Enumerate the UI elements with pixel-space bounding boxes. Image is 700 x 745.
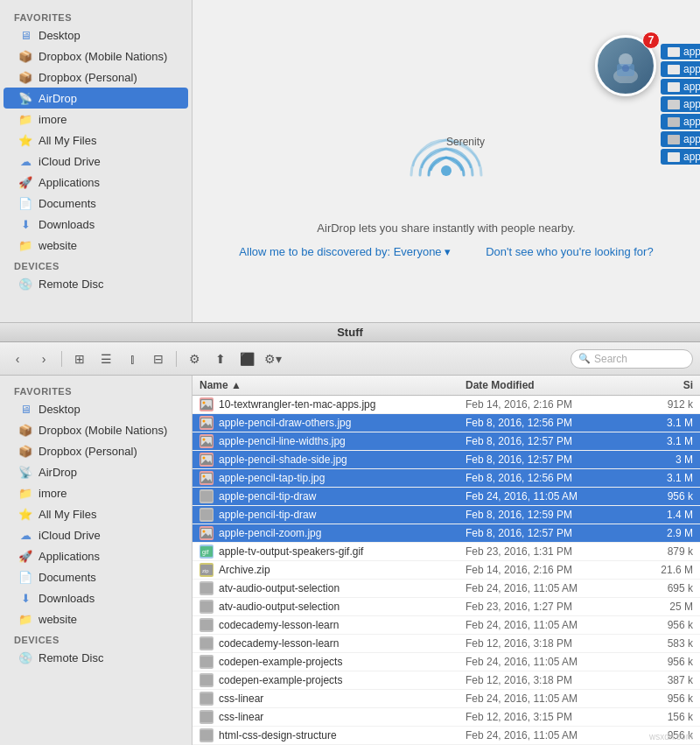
table-row[interactable]: codecademy-lesson-learnFeb 12, 2016, 3:1… bbox=[192, 635, 700, 653]
list-view-button[interactable]: ☰ bbox=[95, 348, 116, 369]
sidebar-item-imore[interactable]: 📁imore bbox=[4, 109, 188, 130]
sidebar-icon: ⭐ bbox=[18, 132, 33, 148]
table-row[interactable]: apple-pencil-tap-tip.jpgFeb 8, 2016, 12:… bbox=[192, 469, 700, 488]
file-date: Feb 8, 2016, 12:56 PM bbox=[466, 472, 623, 484]
arrange-button[interactable]: ⚙ bbox=[184, 348, 205, 369]
table-row[interactable]: apple-pencil-zoom.jpgFeb 8, 2016, 12:57 … bbox=[192, 524, 700, 543]
file-tag: apple-pencil-shade-side.jpg bbox=[661, 79, 700, 95]
back-button[interactable]: ‹ bbox=[7, 348, 28, 369]
svg-point-11 bbox=[203, 420, 206, 423]
file-tag: apple-pencil-draw-others.jpg bbox=[661, 44, 700, 60]
table-row[interactable]: apple-pencil-line-widths.jpgFeb 8, 2016,… bbox=[192, 432, 700, 451]
sidebar-item-downloads2[interactable]: ⬇Downloads bbox=[4, 587, 188, 608]
svg-point-29 bbox=[203, 531, 206, 533]
table-row[interactable]: css-linearFeb 12, 2016, 3:15 PM156 k bbox=[192, 708, 700, 727]
sidebar-item-label: website bbox=[38, 239, 77, 252]
user-name-label: Serenity bbox=[446, 136, 485, 148]
svg-rect-25 bbox=[200, 491, 213, 502]
svg-point-4 bbox=[441, 165, 452, 176]
toolbar-separator2 bbox=[176, 351, 177, 367]
share-button[interactable]: ⬆ bbox=[210, 348, 231, 369]
sidebar-item-remote-disc2[interactable]: 💿Remote Disc bbox=[4, 647, 188, 668]
table-row[interactable]: codecademy-lesson-learnFeb 24, 2016, 11:… bbox=[192, 616, 700, 635]
table-row[interactable]: apple-pencil-draw-others.jpgFeb 8, 2016,… bbox=[192, 414, 700, 432]
table-row[interactable]: html-css-design-structureFeb 24, 2016, 1… bbox=[192, 727, 700, 745]
table-row[interactable]: codepen-example-projectsFeb 12, 2016, 3:… bbox=[192, 671, 700, 690]
table-row[interactable]: 10-textwrangler-ten-mac-apps.jpgFeb 14, … bbox=[192, 396, 700, 414]
table-row[interactable]: atv-audio-output-selectionFeb 23, 2016, … bbox=[192, 598, 700, 616]
file-thumb-icon bbox=[200, 600, 214, 614]
sidebar-item-airdrop[interactable]: 📡AirDrop bbox=[4, 88, 188, 109]
sidebar-item-all-my-files[interactable]: ⭐All My Files bbox=[4, 130, 188, 151]
cover-flow-button[interactable]: ⊟ bbox=[148, 348, 169, 369]
file-thumb-icon bbox=[200, 692, 214, 706]
table-row[interactable]: apple-pencil-shade-side.jpgFeb 8, 2016, … bbox=[192, 451, 700, 469]
file-thumb-icon bbox=[200, 416, 214, 430]
sidebar-item-all-my-files2[interactable]: ⭐All My Files bbox=[4, 503, 188, 524]
table-row[interactable]: zipArchive.zipFeb 14, 2016, 2:16 PM21.6 … bbox=[192, 561, 700, 580]
sidebar-item-applications[interactable]: 🚀Applications bbox=[4, 172, 188, 193]
file-name: codecademy-lesson-learn bbox=[219, 619, 466, 631]
sidebar-item-dropbox-mobile[interactable]: 📦Dropbox (Mobile Nations) bbox=[4, 46, 188, 67]
file-date: Feb 8, 2016, 12:59 PM bbox=[466, 509, 623, 521]
sidebar-item-label: All My Files bbox=[38, 134, 96, 147]
svg-rect-42 bbox=[200, 712, 213, 722]
icon-view-button[interactable]: ⊞ bbox=[69, 348, 90, 369]
top-sidebar: Favorites🖥Desktop📦Dropbox (Mobile Nation… bbox=[0, 0, 192, 322]
col-name-header[interactable]: Name ▲ bbox=[200, 379, 466, 391]
table-row[interactable]: css-linearFeb 24, 2016, 11:05 AM956 k bbox=[192, 690, 700, 708]
sidebar-item-documents2[interactable]: 📄Documents bbox=[4, 566, 188, 587]
svg-rect-38 bbox=[200, 638, 213, 649]
sidebar-item-icloud-drive2[interactable]: ☁iCloud Drive bbox=[4, 524, 188, 545]
file-list-container: Favorites🖥Desktop📦Dropbox (Mobile Nation… bbox=[0, 376, 700, 745]
tags-button[interactable]: ⬛ bbox=[236, 348, 257, 369]
sidebar-item-label: All My Files bbox=[38, 508, 96, 521]
sidebar-item-remote-disc[interactable]: 💿Remote Disc bbox=[4, 273, 188, 294]
file-size: 912 k bbox=[623, 398, 693, 411]
search-placeholder: Search bbox=[594, 353, 627, 365]
sidebar-item-website2[interactable]: 📁website bbox=[4, 608, 188, 629]
sidebar-item-label: Dropbox (Mobile Nations) bbox=[38, 50, 167, 63]
file-thumb-icon bbox=[200, 636, 214, 650]
sidebar-item-downloads[interactable]: ⬇Downloads bbox=[4, 214, 188, 235]
sidebar-item-desktop[interactable]: 🖥Desktop bbox=[4, 25, 188, 46]
table-row[interactable]: apple-pencil-tip-drawFeb 8, 2016, 12:59 … bbox=[192, 506, 700, 524]
sidebar-icon: ☁ bbox=[18, 153, 33, 169]
sidebar-item-label: AirDrop bbox=[38, 92, 77, 105]
sidebar-item-dropbox-mobile2[interactable]: 📦Dropbox (Mobile Nations) bbox=[4, 419, 188, 440]
file-date: Feb 24, 2016, 11:05 AM bbox=[466, 619, 623, 631]
file-name: atv-audio-output-selection bbox=[219, 582, 466, 594]
toolbar-separator bbox=[61, 351, 62, 367]
sidebar-item-dropbox-personal[interactable]: 📦Dropbox (Personal) bbox=[4, 67, 188, 88]
file-tag: apple-pencil-tip-draw bbox=[661, 131, 700, 147]
col-size-header[interactable]: Si bbox=[623, 379, 693, 391]
sidebar-icon: 🚀 bbox=[18, 174, 33, 190]
notification-badge: 7 bbox=[642, 32, 660, 49]
action-button[interactable]: ⚙▾ bbox=[262, 348, 284, 369]
col-date-header[interactable]: Date Modified bbox=[466, 379, 623, 391]
sidebar-item-airdrop2[interactable]: 📡AirDrop bbox=[4, 461, 188, 482]
sidebar-item-icloud-drive[interactable]: ☁iCloud Drive bbox=[4, 151, 188, 172]
file-date: Feb 12, 2016, 3:18 PM bbox=[466, 637, 623, 650]
svg-point-15 bbox=[203, 439, 206, 441]
sidebar-item-documents[interactable]: 📄Documents bbox=[4, 193, 188, 214]
sidebar-item-desktop2[interactable]: 🖥Desktop bbox=[4, 398, 188, 419]
table-row[interactable]: apple-pencil-tip-drawFeb 24, 2016, 11:05… bbox=[192, 488, 700, 506]
table-row[interactable]: codepen-example-projectsFeb 24, 2016, 11… bbox=[192, 653, 700, 671]
column-view-button[interactable]: ⫿ bbox=[122, 348, 143, 369]
discovery-link[interactable]: Allow me to be discovered by: Everyone ▾ bbox=[239, 245, 451, 258]
file-name: apple-tv-output-speakers-gif.gif bbox=[219, 545, 466, 558]
forward-button[interactable]: › bbox=[33, 348, 54, 369]
sidebar-item-label: Documents bbox=[38, 571, 96, 584]
sidebar-item-website[interactable]: 📁website bbox=[4, 235, 188, 256]
sidebar-item-dropbox-personal2[interactable]: 📦Dropbox (Personal) bbox=[4, 440, 188, 461]
file-table[interactable]: Name ▲ Date Modified Si 10-textwrangler-… bbox=[192, 376, 700, 745]
sidebar-item-applications2[interactable]: 🚀Applications bbox=[4, 545, 188, 566]
table-row[interactable]: gifapple-tv-output-speakers-gif.gifFeb 2… bbox=[192, 543, 700, 561]
table-row[interactable]: atv-audio-output-selectionFeb 24, 2016, … bbox=[192, 580, 700, 598]
sidebar-item-imore2[interactable]: 📁imore bbox=[4, 482, 188, 503]
not-found-link[interactable]: Don't see who you're looking for? bbox=[486, 245, 653, 258]
search-box[interactable]: 🔍 Search bbox=[570, 349, 693, 369]
toolbar: ‹ › ⊞ ☰ ⫿ ⊟ ⚙ ⬆ ⬛ ⚙▾ 🔍 Search bbox=[0, 342, 700, 376]
search-icon: 🔍 bbox=[578, 353, 591, 364]
